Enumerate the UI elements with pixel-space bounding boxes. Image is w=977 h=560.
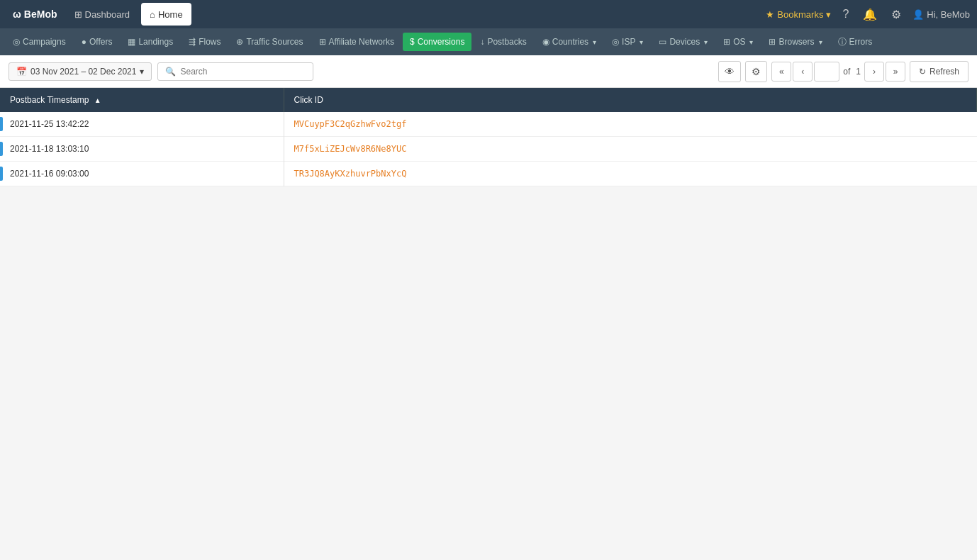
first-page-button[interactable]: « [771, 62, 791, 82]
star-icon: ★ [766, 9, 774, 20]
nav-conversions[interactable]: $ Conversions [403, 33, 471, 51]
nav-postbacks[interactable]: ↓ Postbacks [473, 33, 533, 51]
search-icon: 🔍 [165, 67, 176, 77]
offers-icon: ● [82, 37, 86, 47]
col-postback-timestamp[interactable]: Postback Timestamp ▲ [0, 88, 284, 112]
isp-icon: ◎ [612, 37, 619, 47]
help-button[interactable]: ? [839, 5, 852, 23]
click-id-link[interactable]: MVCuypF3C2qGzhwFvo2tgf [294, 119, 407, 129]
eye-button[interactable]: 👁 [718, 61, 741, 82]
tab-home[interactable]: ⌂ Home [141, 3, 191, 26]
nav-offers[interactable]: ● Offers [74, 33, 120, 51]
top-nav: ω BeMob ⊞ Dashboard ⌂ Home ★ Bookmarks ▾… [0, 0, 977, 28]
row-indicator [0, 167, 3, 181]
cell-postback-timestamp: 2021-11-16 09:03:00 [0, 162, 284, 186]
top-nav-right: ★ Bookmarks ▾ ? 🔔 ⚙ 👤 Hi, BeMob [766, 5, 970, 24]
chevron-down-icon: ▾ [826, 9, 831, 20]
tab-dashboard[interactable]: ⊞ Dashboard [66, 3, 139, 26]
browsers-icon: ⊞ [769, 37, 776, 47]
refresh-button[interactable]: ↻ Refresh [910, 61, 968, 82]
pagination: « ‹ 1 of 1 › » [771, 62, 905, 82]
logo-icon: ω [13, 9, 21, 20]
prev-page-button[interactable]: ‹ [793, 62, 813, 82]
table-row: 2021-11-25 13:42:22MVCuypF3C2qGzhwFvo2tg… [0, 112, 977, 137]
countries-icon: ◉ [542, 37, 549, 47]
cell-postback-timestamp: 2021-11-25 13:42:22 [0, 112, 284, 137]
table-row: 2021-11-16 09:03:00TR3JQ8AyKXzhuvrPbNxYc… [0, 162, 977, 186]
date-picker-button[interactable]: 📅 03 Nov 2021 – 02 Dec 2021 ▾ [9, 62, 152, 81]
logo: ω BeMob [7, 9, 63, 20]
cell-click-id: M7f5xLiZEJcWv8R6Ne8YUC [284, 137, 977, 162]
page-of-label: of [843, 67, 850, 77]
secondary-nav: ◎ Campaigns ● Offers ▦ Landings ⇶ Flows … [0, 28, 977, 55]
table-row: 2021-11-18 13:03:10M7f5xLiZEJcWv8R6Ne8YU… [0, 137, 977, 162]
nav-campaigns[interactable]: ◎ Campaigns [6, 33, 73, 51]
row-indicator [0, 142, 3, 156]
cell-click-id: MVCuypF3C2qGzhwFvo2tgf [284, 112, 977, 137]
nav-browsers[interactable]: ⊞ Browsers [761, 33, 829, 51]
gear-icon: ⚙ [752, 66, 761, 77]
os-icon: ⊞ [723, 37, 730, 47]
nav-devices[interactable]: ▭ Devices [652, 33, 715, 51]
nav-isp[interactable]: ◎ ISP [605, 33, 650, 51]
click-id-link[interactable]: TR3JQ8AyKXzhuvrPbNxYcQ [294, 169, 407, 179]
page-total: 1 [856, 67, 861, 77]
data-table: Postback Timestamp ▲ Click ID 2021-11-25… [0, 88, 977, 186]
dashboard-icon: ⊞ [74, 9, 82, 20]
click-id-link[interactable]: M7f5xLiZEJcWv8R6Ne8YUC [294, 144, 407, 154]
bookmarks-button[interactable]: ★ Bookmarks ▾ [766, 9, 831, 20]
table-container: Postback Timestamp ▲ Click ID 2021-11-25… [0, 88, 977, 186]
landings-icon: ▦ [128, 37, 135, 47]
traffic-sources-icon: ⊕ [236, 37, 243, 47]
user-icon: 👤 [912, 9, 924, 20]
nav-landings[interactable]: ▦ Landings [121, 33, 180, 51]
errors-icon: ⓘ [838, 36, 847, 48]
eye-icon: 👁 [725, 66, 735, 77]
nav-traffic-sources[interactable]: ⊕ Traffic Sources [229, 33, 310, 51]
nav-errors[interactable]: ⓘ Errors [831, 32, 880, 52]
page-number-input[interactable]: 1 [814, 62, 839, 82]
settings-tool-button[interactable]: ⚙ [745, 61, 767, 82]
user-menu[interactable]: 👤 Hi, BeMob [912, 9, 970, 20]
search-input[interactable] [180, 67, 306, 77]
devices-icon: ▭ [659, 37, 666, 47]
col-click-id[interactable]: Click ID [284, 88, 977, 112]
sort-icon: ▲ [94, 96, 101, 104]
campaigns-icon: ◎ [13, 37, 20, 47]
home-icon: ⌂ [150, 9, 155, 20]
calendar-icon: 📅 [16, 67, 27, 77]
nav-os[interactable]: ⊞ OS [716, 33, 760, 51]
search-box: 🔍 [157, 62, 313, 81]
nav-flows[interactable]: ⇶ Flows [182, 33, 228, 51]
postbacks-icon: ↓ [480, 37, 484, 47]
toolbar-right: 👁 ⚙ « ‹ 1 of 1 › » ↻ Refresh [718, 61, 968, 82]
notifications-button[interactable]: 🔔 [860, 5, 880, 24]
last-page-button[interactable]: » [886, 62, 905, 82]
row-indicator [0, 117, 3, 131]
flows-icon: ⇶ [189, 37, 196, 47]
affiliate-networks-icon: ⊞ [319, 37, 326, 47]
nav-affiliate-networks[interactable]: ⊞ Affiliate Networks [312, 33, 401, 51]
conversions-icon: $ [410, 37, 415, 47]
next-page-button[interactable]: › [864, 62, 884, 82]
refresh-icon: ↻ [919, 67, 926, 77]
toolbar: 📅 03 Nov 2021 – 02 Dec 2021 ▾ 🔍 👁 ⚙ « ‹ … [0, 55, 977, 88]
chevron-down-icon: ▾ [140, 67, 144, 77]
cell-click-id: TR3JQ8AyKXzhuvrPbNxYcQ [284, 162, 977, 186]
table-header-row: Postback Timestamp ▲ Click ID [0, 88, 977, 112]
cell-postback-timestamp: 2021-11-18 13:03:10 [0, 137, 284, 162]
settings-button[interactable]: ⚙ [888, 5, 904, 24]
nav-countries[interactable]: ◉ Countries [535, 33, 603, 51]
